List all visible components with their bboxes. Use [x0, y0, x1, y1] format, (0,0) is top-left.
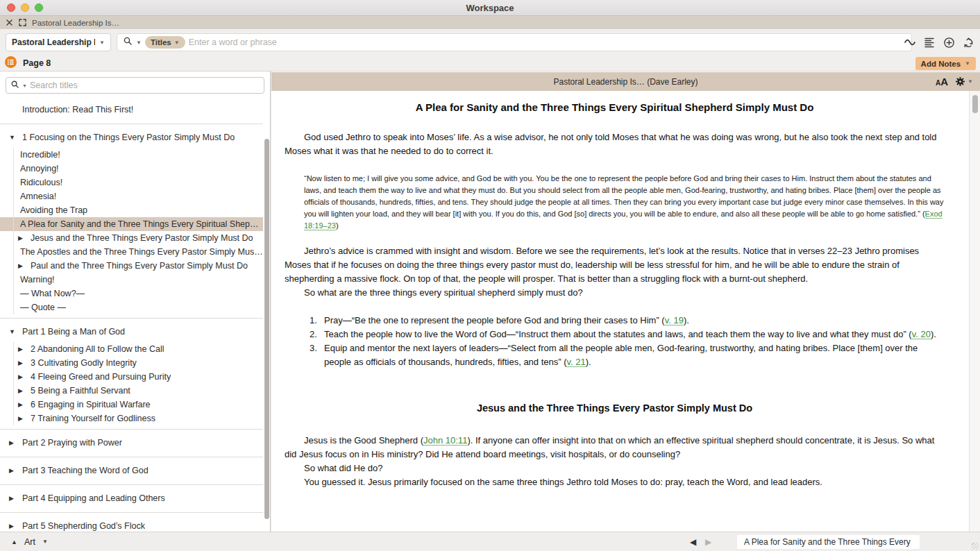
reader-header-title: Pastoral Leadership Is… (Dave Earley)	[271, 77, 980, 87]
resource-selector-dropdown[interactable]: Pastoral Leadership Is… ▼	[6, 33, 111, 51]
navigate-forward-icon[interactable]: ▶	[705, 537, 711, 547]
search-icon	[123, 36, 133, 49]
gear-icon[interactable]: ▼	[955, 76, 973, 87]
toc-item[interactable]: ▶5 Being a Faithful Servant	[0, 384, 263, 398]
text-lines-icon[interactable]	[923, 36, 936, 49]
close-tab-icon[interactable]	[6, 19, 13, 26]
disclosure-collapsed-icon[interactable]: ▶	[9, 467, 14, 474]
toc-item-label: Part 5 Shepherding God’s Flock	[22, 521, 145, 531]
disclosure-collapsed-icon[interactable]: ▶	[9, 523, 14, 529]
verse-link[interactable]: v. 19	[665, 315, 684, 325]
reader-scrollbar-thumb[interactable]	[972, 95, 978, 113]
scripture-link[interactable]: John 10:11	[423, 435, 467, 446]
toc-item[interactable]: — What Now?—	[0, 287, 263, 300]
toc-item[interactable]: ▶Part 2 Praying with Power	[0, 432, 263, 453]
list-item-text: Equip and mentor the next layers of lead…	[324, 343, 918, 367]
toc-page-icon[interactable]	[5, 56, 17, 71]
wave-tool-icon[interactable]	[904, 36, 916, 49]
toc-item-label: — What Now?—	[20, 289, 85, 298]
disclosure-collapsed-icon[interactable]: ▶	[18, 387, 23, 394]
toc-item[interactable]: The Apostles and the Three Things Every …	[0, 245, 263, 259]
toc-item[interactable]: Amnesia!	[0, 189, 263, 203]
toc-item[interactable]: — Quote —	[0, 300, 263, 314]
toc-search-field[interactable]: ▼	[6, 77, 264, 94]
window-resize-grip[interactable]	[972, 543, 979, 550]
toc-item-label: Part 4 Equipping and Leading Others	[22, 493, 165, 503]
location-reference-box[interactable]: A Plea for Sanity and the Three Things E…	[737, 535, 920, 549]
toc-item-label: Part 3 Teaching the Word of God	[22, 466, 149, 475]
toc-item-label: Ridiculous!	[20, 178, 62, 187]
toc-item[interactable]: Annoying!	[0, 162, 263, 176]
list-number: 2.	[285, 328, 324, 341]
navigate-back-icon[interactable]: ◀	[690, 537, 696, 547]
quote-text-close: )	[336, 221, 339, 230]
minimize-window-button[interactable]	[21, 3, 29, 12]
collapse-up-icon[interactable]: ▲	[11, 539, 17, 545]
toc-item[interactable]: ▼1 Focusing on the Things Every Pastor S…	[0, 127, 263, 148]
disclosure-collapsed-icon[interactable]: ▶	[18, 415, 23, 422]
toc-item-label: Warning!	[20, 275, 55, 285]
search-bar[interactable]: ▼ Titles ▼	[117, 33, 912, 51]
toc-item-label: 1 Focusing on the Things Every Pastor Si…	[22, 133, 235, 142]
disclosure-collapsed-icon[interactable]: ▶	[18, 359, 23, 366]
disclosure-collapsed-icon[interactable]: ▶	[18, 373, 23, 380]
toc-item[interactable]: ▶6 Engaging in Spiritual Warfare	[0, 398, 263, 412]
toc-item[interactable]: Warning!	[0, 273, 263, 287]
tab-title[interactable]: Pastoral Leadership Is…	[32, 19, 119, 27]
close-window-button[interactable]	[7, 3, 15, 12]
cycle-arrows-icon[interactable]	[962, 36, 974, 49]
expand-panel-icon[interactable]	[19, 19, 26, 26]
add-circle-icon[interactable]	[943, 36, 955, 49]
sidebar-footer-label[interactable]: Art	[24, 537, 35, 547]
sidebar-scrollbar-thumb[interactable]	[264, 139, 269, 519]
panel-tab-bar: Pastoral Leadership Is…	[0, 16, 980, 29]
article-heading: A Plea for Sanity and the Three Things E…	[285, 101, 945, 115]
disclosure-collapsed-icon[interactable]: ▶	[18, 401, 23, 408]
disclosure-collapsed-icon[interactable]: ▶	[9, 495, 14, 502]
add-notes-button[interactable]: Add Notes ▼	[915, 57, 976, 70]
search-input[interactable]	[189, 37, 906, 47]
toc-item[interactable]: ▶Part 3 Teaching the Word of God	[0, 460, 263, 481]
disclosure-collapsed-icon[interactable]: ▶	[9, 439, 14, 446]
list-item-text: ).	[586, 357, 591, 367]
toc-item-label: 5 Being a Faithful Servant	[31, 386, 130, 396]
zoom-window-button[interactable]	[35, 3, 43, 12]
toc-item[interactable]: ▶Part 4 Equipping and Leading Others	[0, 488, 263, 509]
chevron-down-icon[interactable]: ▼	[42, 539, 48, 545]
toc-item[interactable]: ▶4 Fleeing Greed and Pursuing Purity	[0, 370, 263, 384]
verse-link[interactable]: v. 20	[912, 329, 931, 339]
toc-item-label: Paul and the Three Things Every Pastor S…	[31, 261, 248, 271]
list-number: 1.	[285, 314, 324, 328]
toc-item[interactable]: ▶Part 5 Shepherding God’s Flock	[0, 516, 263, 532]
body-paragraph: Jesus is the Good Shepherd (John 10:11).…	[285, 434, 945, 461]
toc-item[interactable]: ▶7 Training Yourself for Godliness	[0, 412, 263, 425]
search-scope-pill[interactable]: Titles ▼	[145, 36, 185, 49]
list-item-text: Pray—“Be the one to represent the people…	[324, 315, 665, 325]
disclosure-expanded-icon[interactable]: ▼	[9, 328, 15, 335]
disclosure-collapsed-icon[interactable]: ▶	[18, 235, 23, 241]
text-size-icon[interactable]: AA	[936, 76, 948, 87]
toc-item[interactable]: ▼Part 1 Being a Man of God	[0, 321, 263, 342]
toc-item[interactable]: ▶Paul and the Three Things Every Pastor …	[0, 259, 263, 273]
toc-item[interactable]: Avoiding the Trap	[0, 203, 263, 217]
disclosure-expanded-icon[interactable]: ▼	[9, 134, 15, 141]
toc-item[interactable]: Ridiculous!	[0, 176, 263, 189]
chevron-down-icon: ▼	[174, 40, 180, 46]
toc-search-input[interactable]	[30, 80, 260, 90]
sidebar-footer: ▲ Art ▼	[0, 532, 271, 551]
toc-item[interactable]: ▶2 Abandoning All to Follow the Call	[0, 342, 263, 356]
toc-item[interactable]: A Plea for Sanity and the Three Things E…	[0, 217, 263, 231]
toc-item-label: Part 1 Being a Man of God	[22, 327, 125, 337]
toc-item[interactable]: Introduction: Read This First!	[0, 99, 263, 120]
disclosure-collapsed-icon[interactable]: ▶	[18, 262, 23, 269]
search-options-chevron-icon[interactable]: ▼	[136, 40, 142, 46]
toc-item[interactable]: ▶Jesus and the Three Things Every Pastor…	[0, 231, 263, 245]
toc-item[interactable]: ▶3 Cultivating Godly Integrity	[0, 356, 263, 370]
verse-link[interactable]: v. 21	[567, 357, 586, 367]
disclosure-collapsed-icon[interactable]: ▶	[18, 346, 23, 353]
resource-selector-label: Pastoral Leadership Is…	[12, 37, 95, 47]
toc-item[interactable]: Incredible!	[0, 148, 263, 162]
reader-scrollbar[interactable]	[969, 91, 980, 532]
chevron-down-icon: ▼	[965, 60, 970, 67]
search-options-chevron-icon[interactable]: ▼	[22, 83, 27, 88]
